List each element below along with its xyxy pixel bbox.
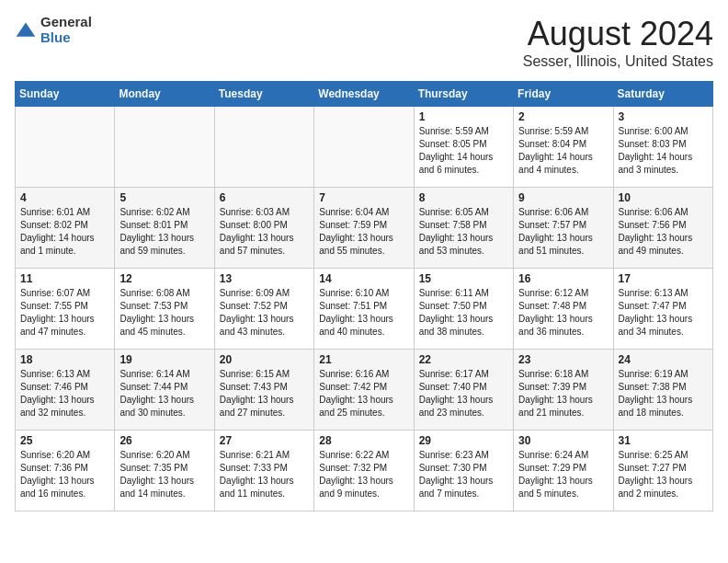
day-number: 29 bbox=[419, 434, 508, 447]
calendar-cell: 2Sunrise: 5:59 AMSunset: 8:04 PMDaylight… bbox=[514, 107, 613, 188]
day-number: 6 bbox=[220, 191, 309, 204]
day-of-week-header: Saturday bbox=[613, 82, 712, 107]
page-title: August 2024 bbox=[523, 15, 713, 53]
calendar-cell: 31Sunrise: 6:25 AMSunset: 7:27 PMDayligh… bbox=[613, 431, 712, 511]
calendar-cell bbox=[214, 107, 313, 188]
calendar-week-row: 18Sunrise: 6:13 AMSunset: 7:46 PMDayligh… bbox=[16, 350, 713, 431]
day-number: 14 bbox=[319, 272, 408, 285]
calendar-cell: 20Sunrise: 6:15 AMSunset: 7:43 PMDayligh… bbox=[214, 350, 313, 431]
calendar-cell: 10Sunrise: 6:06 AMSunset: 7:56 PMDayligh… bbox=[613, 188, 712, 269]
day-info: Sunrise: 6:09 AMSunset: 7:52 PMDaylight:… bbox=[220, 287, 309, 339]
day-of-week-header: Sunday bbox=[16, 82, 115, 107]
calendar-cell: 14Sunrise: 6:10 AMSunset: 7:51 PMDayligh… bbox=[314, 269, 414, 350]
logo-general: General bbox=[40, 15, 92, 30]
day-number: 24 bbox=[619, 353, 708, 366]
calendar-cell: 1Sunrise: 5:59 AMSunset: 8:05 PMDaylight… bbox=[414, 107, 513, 188]
calendar-table: SundayMondayTuesdayWednesdayThursdayFrid… bbox=[15, 81, 713, 511]
calendar-cell: 4Sunrise: 6:01 AMSunset: 8:02 PMDaylight… bbox=[16, 188, 115, 269]
calendar-cell: 29Sunrise: 6:23 AMSunset: 7:30 PMDayligh… bbox=[414, 431, 513, 511]
calendar-cell: 11Sunrise: 6:07 AMSunset: 7:55 PMDayligh… bbox=[16, 269, 115, 350]
day-number: 17 bbox=[619, 272, 708, 285]
day-number: 10 bbox=[619, 191, 708, 204]
day-number: 22 bbox=[419, 353, 508, 366]
calendar-week-row: 1Sunrise: 5:59 AMSunset: 8:05 PMDaylight… bbox=[16, 107, 713, 188]
calendar-cell: 21Sunrise: 6:16 AMSunset: 7:42 PMDayligh… bbox=[314, 350, 414, 431]
day-info: Sunrise: 6:19 AMSunset: 7:38 PMDaylight:… bbox=[619, 368, 708, 419]
logo-icon bbox=[15, 19, 37, 41]
days-of-week-row: SundayMondayTuesdayWednesdayThursdayFrid… bbox=[16, 82, 713, 107]
day-info: Sunrise: 6:04 AMSunset: 7:59 PMDaylight:… bbox=[319, 206, 408, 258]
day-number: 26 bbox=[119, 434, 209, 447]
day-info: Sunrise: 5:59 AMSunset: 8:04 PMDaylight:… bbox=[518, 125, 608, 177]
day-info: Sunrise: 6:12 AMSunset: 7:48 PMDaylight:… bbox=[518, 287, 608, 339]
day-info: Sunrise: 6:21 AMSunset: 7:33 PMDaylight:… bbox=[220, 449, 309, 500]
day-number: 25 bbox=[20, 434, 109, 447]
calendar-cell: 9Sunrise: 6:06 AMSunset: 7:57 PMDaylight… bbox=[514, 188, 613, 269]
day-number: 18 bbox=[20, 353, 109, 366]
calendar-cell: 3Sunrise: 6:00 AMSunset: 8:03 PMDaylight… bbox=[613, 107, 712, 188]
day-number: 13 bbox=[220, 272, 309, 285]
day-of-week-header: Monday bbox=[115, 82, 214, 107]
day-info: Sunrise: 6:16 AMSunset: 7:42 PMDaylight:… bbox=[319, 368, 408, 419]
calendar-cell: 27Sunrise: 6:21 AMSunset: 7:33 PMDayligh… bbox=[214, 431, 313, 511]
day-number: 3 bbox=[619, 110, 708, 123]
day-info: Sunrise: 6:15 AMSunset: 7:43 PMDaylight:… bbox=[220, 368, 309, 419]
day-number: 11 bbox=[20, 272, 109, 285]
calendar-cell: 16Sunrise: 6:12 AMSunset: 7:48 PMDayligh… bbox=[514, 269, 613, 350]
calendar-cell: 8Sunrise: 6:05 AMSunset: 7:58 PMDaylight… bbox=[414, 188, 513, 269]
calendar-cell: 22Sunrise: 6:17 AMSunset: 7:40 PMDayligh… bbox=[414, 350, 513, 431]
calendar-cell: 24Sunrise: 6:19 AMSunset: 7:38 PMDayligh… bbox=[613, 350, 712, 431]
calendar-cell: 28Sunrise: 6:22 AMSunset: 7:32 PMDayligh… bbox=[314, 431, 414, 511]
day-number: 16 bbox=[518, 272, 608, 285]
page-subtitle: Sesser, Illinois, United States bbox=[523, 53, 713, 70]
day-number: 21 bbox=[319, 353, 408, 366]
day-number: 19 bbox=[119, 353, 209, 366]
day-info: Sunrise: 6:06 AMSunset: 7:57 PMDaylight:… bbox=[518, 206, 608, 258]
day-info: Sunrise: 6:20 AMSunset: 7:35 PMDaylight:… bbox=[119, 449, 209, 500]
calendar-week-row: 11Sunrise: 6:07 AMSunset: 7:55 PMDayligh… bbox=[16, 269, 713, 350]
day-info: Sunrise: 6:23 AMSunset: 7:30 PMDaylight:… bbox=[419, 449, 508, 500]
day-info: Sunrise: 6:02 AMSunset: 8:01 PMDaylight:… bbox=[119, 206, 209, 258]
day-number: 31 bbox=[619, 434, 708, 447]
day-info: Sunrise: 6:00 AMSunset: 8:03 PMDaylight:… bbox=[619, 125, 708, 177]
day-of-week-header: Thursday bbox=[414, 82, 513, 107]
day-info: Sunrise: 6:06 AMSunset: 7:56 PMDaylight:… bbox=[619, 206, 708, 258]
day-number: 9 bbox=[518, 191, 608, 204]
day-number: 27 bbox=[220, 434, 309, 447]
title-block: August 2024 Sesser, Illinois, United Sta… bbox=[523, 15, 713, 70]
day-info: Sunrise: 6:08 AMSunset: 7:53 PMDaylight:… bbox=[119, 287, 209, 339]
day-number: 30 bbox=[518, 434, 608, 447]
calendar-cell: 18Sunrise: 6:13 AMSunset: 7:46 PMDayligh… bbox=[16, 350, 115, 431]
calendar-cell bbox=[314, 107, 414, 188]
day-of-week-header: Wednesday bbox=[314, 82, 414, 107]
day-number: 2 bbox=[518, 110, 608, 123]
day-info: Sunrise: 6:24 AMSunset: 7:29 PMDaylight:… bbox=[518, 449, 608, 500]
day-info: Sunrise: 6:11 AMSunset: 7:50 PMDaylight:… bbox=[419, 287, 508, 339]
day-of-week-header: Tuesday bbox=[214, 82, 313, 107]
day-info: Sunrise: 6:05 AMSunset: 7:58 PMDaylight:… bbox=[419, 206, 508, 258]
day-info: Sunrise: 6:14 AMSunset: 7:44 PMDaylight:… bbox=[119, 368, 209, 419]
calendar-cell: 13Sunrise: 6:09 AMSunset: 7:52 PMDayligh… bbox=[214, 269, 313, 350]
svg-marker-0 bbox=[17, 22, 36, 36]
logo-text: General Blue bbox=[40, 15, 92, 45]
calendar-cell bbox=[16, 107, 115, 188]
day-info: Sunrise: 6:07 AMSunset: 7:55 PMDaylight:… bbox=[20, 287, 109, 339]
day-number: 12 bbox=[119, 272, 209, 285]
day-info: Sunrise: 6:18 AMSunset: 7:39 PMDaylight:… bbox=[518, 368, 608, 419]
day-of-week-header: Friday bbox=[514, 82, 613, 107]
day-info: Sunrise: 6:25 AMSunset: 7:27 PMDaylight:… bbox=[619, 449, 708, 500]
day-info: Sunrise: 6:22 AMSunset: 7:32 PMDaylight:… bbox=[319, 449, 408, 500]
calendar-cell: 26Sunrise: 6:20 AMSunset: 7:35 PMDayligh… bbox=[115, 431, 214, 511]
calendar-body: 1Sunrise: 5:59 AMSunset: 8:05 PMDaylight… bbox=[16, 107, 713, 511]
calendar-cell: 6Sunrise: 6:03 AMSunset: 8:00 PMDaylight… bbox=[214, 188, 313, 269]
calendar-cell: 12Sunrise: 6:08 AMSunset: 7:53 PMDayligh… bbox=[115, 269, 214, 350]
day-info: Sunrise: 6:03 AMSunset: 8:00 PMDaylight:… bbox=[220, 206, 309, 258]
calendar-week-row: 25Sunrise: 6:20 AMSunset: 7:36 PMDayligh… bbox=[16, 431, 713, 511]
calendar-cell: 30Sunrise: 6:24 AMSunset: 7:29 PMDayligh… bbox=[514, 431, 613, 511]
day-info: Sunrise: 5:59 AMSunset: 8:05 PMDaylight:… bbox=[419, 125, 508, 177]
day-info: Sunrise: 6:17 AMSunset: 7:40 PMDaylight:… bbox=[419, 368, 508, 419]
calendar-week-row: 4Sunrise: 6:01 AMSunset: 8:02 PMDaylight… bbox=[16, 188, 713, 269]
logo: General Blue bbox=[15, 15, 92, 45]
calendar-cell bbox=[115, 107, 214, 188]
calendar-header: SundayMondayTuesdayWednesdayThursdayFrid… bbox=[16, 82, 713, 107]
